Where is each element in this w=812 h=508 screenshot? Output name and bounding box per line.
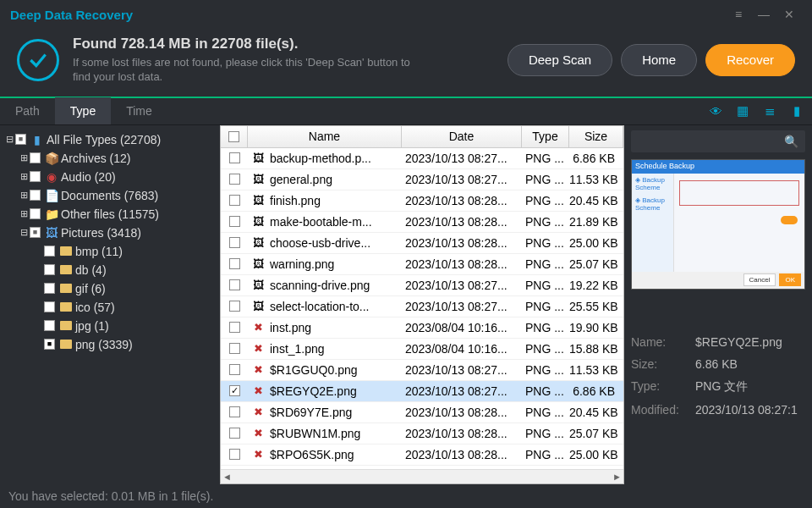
expand-icon[interactable]: ⊞ bbox=[18, 208, 30, 219]
minimize-icon[interactable]: — bbox=[751, 2, 776, 27]
file-date: 2023/10/13 08:27... bbox=[402, 173, 522, 186]
tree-checkbox[interactable] bbox=[30, 208, 41, 219]
file-row[interactable]: ✖$RUBWN1M.png2023/10/13 08:28...PNG ...2… bbox=[221, 423, 623, 444]
file-row[interactable]: ✖$REGYQ2E.png2023/10/13 08:27...PNG ...6… bbox=[221, 381, 623, 402]
file-checkbox[interactable] bbox=[229, 428, 240, 439]
expand-icon[interactable]: ⊞ bbox=[18, 152, 30, 163]
file-row[interactable]: ✖inst.png2023/08/04 10:16...PNG ...19.90… bbox=[221, 318, 623, 339]
file-size: 19.90 KB bbox=[569, 321, 623, 334]
deep-scan-button[interactable]: Deep Scan bbox=[508, 44, 612, 76]
tree-root[interactable]: ⊟ ▮ All File Types (22708) bbox=[3, 130, 217, 149]
tree-checkbox[interactable] bbox=[30, 171, 41, 182]
tree-checkbox[interactable] bbox=[44, 301, 55, 312]
column-date[interactable]: Date bbox=[402, 126, 522, 147]
file-size: 20.45 KB bbox=[569, 406, 623, 419]
tree-pictures[interactable]: ⊟🖼Pictures (3418) bbox=[18, 224, 217, 242]
file-row[interactable]: 🖼make-bootable-m...2023/10/13 08:28...PN… bbox=[221, 212, 623, 233]
file-type: PNG ... bbox=[522, 236, 569, 250]
file-metadata: Name:$REGYQ2E.png Size:6.86 KB Type:PNG … bbox=[631, 335, 805, 425]
tree-gif[interactable]: gif (6) bbox=[32, 279, 217, 298]
file-checkbox[interactable] bbox=[229, 195, 240, 206]
file-row[interactable]: 🖼backup-method.p...2023/10/13 08:27...PN… bbox=[221, 148, 623, 169]
tree-checkbox[interactable] bbox=[44, 283, 55, 294]
detail-view-icon[interactable]: ▮ bbox=[785, 99, 809, 123]
file-row[interactable]: 🖼finish.png2023/10/13 08:28...PNG ...20.… bbox=[221, 190, 623, 212]
file-row[interactable]: 🖼scanning-drive.png2023/10/13 08:27...PN… bbox=[221, 275, 623, 296]
file-row[interactable]: 🖼general.png2023/10/13 08:27...PNG ...11… bbox=[221, 169, 623, 190]
file-checkbox[interactable] bbox=[229, 385, 240, 396]
expand-icon[interactable]: ⊞ bbox=[18, 190, 30, 201]
tree-checkbox[interactable] bbox=[44, 264, 55, 275]
file-checkbox[interactable] bbox=[229, 258, 240, 269]
tree-db[interactable]: db (4) bbox=[32, 261, 217, 279]
broken-image-icon: ✖ bbox=[251, 384, 265, 398]
file-checkbox[interactable] bbox=[229, 237, 240, 248]
file-type-tree[interactable]: ⊟ ▮ All File Types (22708) ⊞📦Archives (1… bbox=[0, 125, 220, 484]
file-name: general.png bbox=[270, 173, 332, 186]
file-row[interactable]: 🖼warning.png2023/10/13 08:28...PNG ...25… bbox=[221, 254, 623, 275]
file-checkbox[interactable] bbox=[229, 152, 240, 163]
other-icon: 📁 bbox=[44, 207, 59, 221]
file-row[interactable]: 🖼select-location-to...2023/10/13 08:27..… bbox=[221, 296, 623, 318]
file-checkbox[interactable] bbox=[229, 322, 240, 333]
tree-other[interactable]: ⊞📁Other files (11575) bbox=[18, 205, 217, 224]
tree-checkbox[interactable] bbox=[44, 339, 55, 350]
file-checkbox[interactable] bbox=[229, 343, 240, 354]
column-name[interactable]: Name bbox=[248, 126, 402, 147]
tree-audio[interactable]: ⊞◉Audio (20) bbox=[18, 168, 217, 186]
broken-image-icon: ✖ bbox=[251, 427, 265, 440]
file-type: PNG ... bbox=[522, 257, 569, 271]
preview-icon[interactable]: 👁 bbox=[704, 99, 727, 123]
file-checkbox[interactable] bbox=[229, 406, 240, 417]
search-icon[interactable]: 🔍 bbox=[784, 135, 798, 148]
tree-checkbox[interactable] bbox=[44, 246, 55, 257]
file-checkbox[interactable] bbox=[229, 174, 240, 185]
file-checkbox[interactable] bbox=[229, 364, 240, 375]
file-row[interactable]: ✖inst_1.png2023/08/04 10:16...PNG ...15.… bbox=[221, 339, 623, 360]
tree-checkbox[interactable] bbox=[44, 320, 55, 331]
file-checkbox[interactable] bbox=[229, 449, 240, 460]
tree-archives[interactable]: ⊞📦Archives (12) bbox=[18, 149, 217, 168]
tree-checkbox[interactable] bbox=[30, 190, 41, 201]
search-row[interactable]: 🔍 bbox=[631, 130, 805, 152]
tab-type[interactable]: Type bbox=[55, 97, 111, 124]
collapse-icon[interactable]: ⊟ bbox=[18, 227, 30, 238]
select-all-checkbox[interactable] bbox=[228, 131, 239, 142]
tree-bmp[interactable]: bmp (11) bbox=[32, 242, 217, 261]
home-button[interactable]: Home bbox=[621, 44, 697, 76]
file-date: 2023/10/13 08:28... bbox=[402, 406, 522, 419]
close-icon[interactable]: ✕ bbox=[776, 2, 802, 27]
grid-view-icon[interactable]: ▦ bbox=[731, 99, 754, 123]
file-row[interactable]: 🖼choose-usb-drive...2023/10/13 08:28...P… bbox=[221, 233, 623, 254]
file-row[interactable]: ✖$RPO6S5K.png2023/10/13 08:28...PNG ...2… bbox=[221, 444, 623, 466]
recover-button[interactable]: Recover bbox=[705, 44, 795, 76]
search-input[interactable] bbox=[638, 135, 784, 147]
tree-label: Archives (12) bbox=[61, 152, 130, 165]
file-row[interactable]: ✖$R1GGUQ0.png2023/10/13 08:27...PNG ...1… bbox=[221, 360, 623, 381]
folder-icon bbox=[58, 321, 74, 330]
collapse-icon[interactable]: ⊟ bbox=[3, 134, 15, 145]
list-view-icon[interactable]: ≣ bbox=[758, 99, 782, 123]
file-type: PNG ... bbox=[522, 215, 569, 229]
column-size[interactable]: Size bbox=[569, 126, 623, 147]
tree-checkbox[interactable] bbox=[30, 227, 41, 238]
file-size: 11.53 KB bbox=[569, 173, 623, 186]
tab-path[interactable]: Path bbox=[0, 97, 55, 124]
tree-png[interactable]: png (3339) bbox=[32, 335, 217, 354]
file-checkbox[interactable] bbox=[229, 279, 240, 290]
column-type[interactable]: Type bbox=[522, 126, 569, 147]
scroll-right-icon[interactable]: ► bbox=[612, 472, 622, 482]
tree-checkbox[interactable] bbox=[30, 152, 41, 163]
tree-jpg[interactable]: jpg (1) bbox=[32, 317, 217, 335]
scroll-left-icon[interactable]: ◄ bbox=[222, 472, 232, 482]
expand-icon[interactable]: ⊞ bbox=[18, 171, 30, 182]
tree-checkbox[interactable] bbox=[15, 134, 26, 145]
file-row[interactable]: ✖$RD69Y7E.png2023/10/13 08:28...PNG ...2… bbox=[221, 402, 623, 423]
file-checkbox[interactable] bbox=[229, 216, 240, 227]
tab-time[interactable]: Time bbox=[111, 97, 167, 124]
horizontal-scrollbar[interactable]: ◄► bbox=[221, 469, 623, 483]
menu-icon[interactable]: ≡ bbox=[726, 2, 751, 27]
file-checkbox[interactable] bbox=[229, 301, 240, 312]
tree-documents[interactable]: ⊞📄Documents (7683) bbox=[18, 186, 217, 205]
tree-ico[interactable]: ico (57) bbox=[32, 298, 217, 317]
